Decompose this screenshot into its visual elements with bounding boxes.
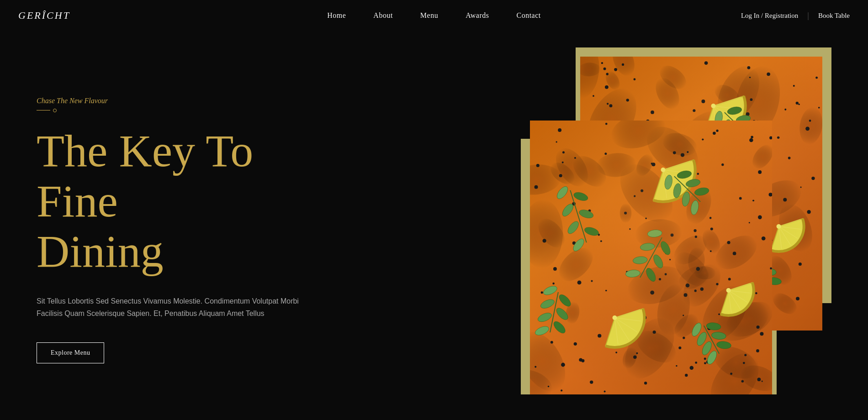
book-table-link[interactable]: Book Table bbox=[818, 12, 850, 20]
nav-link-home[interactable]: Home bbox=[327, 11, 346, 19]
site-logo[interactable]: GERÎCHT bbox=[18, 10, 70, 21]
hero-content: Chase The New Flavour The Key To Fine Di… bbox=[37, 88, 333, 363]
hero-title-line1: The Key To Fine bbox=[37, 126, 253, 226]
deco-line-icon bbox=[37, 110, 50, 110]
nav-link-contact[interactable]: Contact bbox=[516, 11, 540, 19]
food-canvas-overlay bbox=[530, 121, 772, 394]
food-image-overlay bbox=[530, 121, 772, 394]
hero-title-line2: Dining bbox=[37, 226, 164, 277]
nav-link-awards[interactable]: Awards bbox=[466, 11, 489, 19]
navbar: GERÎCHT Home About Menu Awards Contact L… bbox=[0, 0, 868, 31]
nav-separator: | bbox=[807, 11, 809, 21]
hero-title: The Key To Fine Dining bbox=[37, 126, 333, 277]
explore-menu-button[interactable]: Explore Menu bbox=[37, 342, 104, 363]
hero-section: Chase The New Flavour The Key To Fine Di… bbox=[0, 31, 868, 420]
nav-right-section: Log In / Registration | Book Table bbox=[741, 11, 850, 21]
login-link[interactable]: Log In / Registration bbox=[741, 12, 798, 20]
nav-links: Home About Menu Awards Contact bbox=[327, 11, 541, 20]
logo-text: GERÎCHT bbox=[18, 10, 70, 21]
nav-item-menu[interactable]: Menu bbox=[420, 11, 438, 20]
nav-link-menu[interactable]: Menu bbox=[420, 11, 438, 19]
hero-tagline: Chase The New Flavour bbox=[37, 97, 333, 105]
nav-item-about[interactable]: About bbox=[373, 11, 393, 20]
nav-link-about[interactable]: About bbox=[373, 11, 393, 19]
deco-circle-icon bbox=[53, 109, 57, 112]
nav-item-contact[interactable]: Contact bbox=[516, 11, 540, 20]
hero-image-area bbox=[521, 47, 831, 404]
nav-item-awards[interactable]: Awards bbox=[466, 11, 489, 20]
tagline-decoration bbox=[37, 109, 333, 112]
nav-item-home[interactable]: Home bbox=[327, 11, 346, 20]
hero-description: Sit Tellus Lobortis Sed Senectus Vivamus… bbox=[37, 295, 320, 320]
